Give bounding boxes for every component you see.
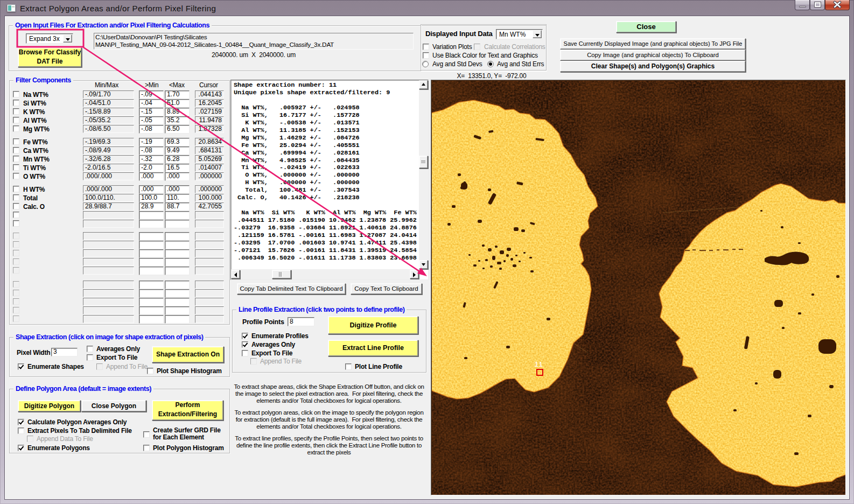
svg-text:11: 11 xyxy=(534,361,543,369)
